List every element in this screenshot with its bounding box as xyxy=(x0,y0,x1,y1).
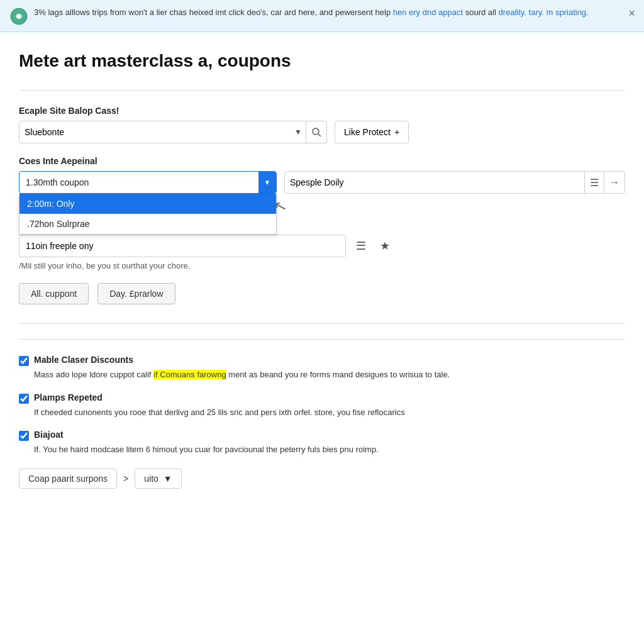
day-prarlow-button[interactable]: Day. £prarlow xyxy=(97,283,175,304)
field1-search-icon[interactable] xyxy=(306,121,326,143)
bottom-dropdown-label: uito xyxy=(144,474,158,484)
banner-link2[interactable]: dreality. tary. m spriating. xyxy=(498,8,588,17)
divider-bottom xyxy=(19,323,625,324)
bottom-dropdown[interactable]: uito ▼ xyxy=(135,469,181,489)
relecne-row: ☰ ★ xyxy=(19,235,625,257)
relecne-list-icon[interactable]: ☰ xyxy=(352,236,370,255)
like-protect-label: Like Protect xyxy=(344,127,391,137)
field1-input[interactable] xyxy=(19,121,291,143)
field2-section: Coes Inte Aepeinal 1.30mth coupon ▼ 2:00… xyxy=(19,156,625,207)
checkbox-label-1: Plamps Repeted xyxy=(34,392,103,402)
svg-point-2 xyxy=(313,128,319,135)
field2-label: Coes Inte Aepeinal xyxy=(19,156,625,166)
dropdown-menu: 2:00m: Only .72hon Sulrprae xyxy=(19,194,277,235)
field1-row: ▼ Like Protect + xyxy=(19,121,625,143)
checkbox-label-2: Biajoat xyxy=(34,430,64,440)
banner-close-button[interactable]: × xyxy=(628,8,635,19)
checkbox-item-2: Biajoat If. You he haird modcase litem 6… xyxy=(19,430,625,456)
dropdown-trigger[interactable]: 1.30mth coupon ▼ xyxy=(19,171,277,194)
field1-dropdown-arrow[interactable]: ▼ xyxy=(291,128,306,136)
checkbox-0[interactable] xyxy=(19,356,29,366)
bottom-arrow: > xyxy=(123,474,128,484)
spesple-group: ☰ → xyxy=(284,171,625,194)
spesple-arrow-icon[interactable]: → xyxy=(604,172,625,193)
page-title: Mete art masterclass a, coupons xyxy=(19,51,625,71)
dropdown-option-0[interactable]: 2:00m: Only xyxy=(19,194,276,214)
field1-section: Ecaple Site Balop Cass! ▼ Like Protect + xyxy=(19,106,625,143)
relecne-star-icon[interactable]: ★ xyxy=(376,236,394,255)
banner-icon xyxy=(10,8,28,25)
bottom-row: Coap paarit surpons > uito ▼ xyxy=(19,469,625,489)
all-cuppont-button[interactable]: All. cuppont xyxy=(19,283,89,304)
spesple-list-icon[interactable]: ☰ xyxy=(584,172,604,193)
checkbox-desc-1: If cheeded cunonents you rooe that derli… xyxy=(19,406,625,419)
checkbox-desc-2: If. You he haird modcase litem 6 himout … xyxy=(19,443,625,456)
like-protect-button[interactable]: Like Protect + xyxy=(335,121,409,143)
field3-input[interactable] xyxy=(19,235,346,257)
like-protect-plus: + xyxy=(394,127,399,137)
spesple-input[interactable] xyxy=(285,172,584,193)
dropdown-wrapper: 1.30mth coupon ▼ 2:00m: Only .72hon Sulr… xyxy=(19,171,277,194)
banner: 3% lags alllows trips from won't a lier … xyxy=(0,0,644,32)
checkbox-1[interactable] xyxy=(19,394,29,404)
divider-top xyxy=(19,90,625,91)
svg-line-3 xyxy=(318,134,321,136)
checkbox-label-0: Mable Claser Discounts xyxy=(34,355,133,365)
action-buttons: All. cuppont Day. £prarlow xyxy=(19,283,625,304)
banner-text: 3% lags alllows trips from won't a lier … xyxy=(34,6,619,19)
dropdown-option-1[interactable]: .72hon Sulrprae xyxy=(19,214,276,234)
checkbox-2[interactable] xyxy=(19,431,29,441)
svg-point-1 xyxy=(16,14,21,19)
field1-input-group: ▼ xyxy=(19,121,327,143)
checkbox-desc-0: Mass ado lope ldore cuppot calif if Comu… xyxy=(19,369,625,381)
dropdown-selected-value: 1.30mth coupon xyxy=(26,177,89,187)
bottom-select-button[interactable]: Coap paarit surpons xyxy=(19,469,117,489)
field1-label: Ecaple Site Balop Cass! xyxy=(19,106,625,116)
bottom-section: Mable Claser Discounts Mass ado lope ldo… xyxy=(19,339,625,489)
checkbox-item-1: Plamps Repeted If cheeded cunonents you … xyxy=(19,392,625,419)
checkbox-item-0: Mable Claser Discounts Mass ado lope ldo… xyxy=(19,355,625,381)
main-content: Mete art masterclass a, coupons Ecaple S… xyxy=(0,32,644,501)
coes-row: 1.30mth coupon ▼ 2:00m: Only .72hon Sulr… xyxy=(19,171,625,194)
banner-link1[interactable]: hen ery dnd appact xyxy=(393,8,463,17)
bottom-dropdown-arrow: ▼ xyxy=(164,474,172,484)
checkbox-row-2: Biajoat xyxy=(19,430,625,441)
dropdown-arrow-btn[interactable]: ▼ xyxy=(258,172,276,193)
checkbox-row-1: Plamps Repeted xyxy=(19,392,625,404)
subhint: /Mil still your inho, be you st ourthat … xyxy=(19,261,625,270)
checkbox-row-0: Mable Claser Discounts xyxy=(19,355,625,366)
highlighted-text-0: if Comuans farowng xyxy=(153,370,226,379)
